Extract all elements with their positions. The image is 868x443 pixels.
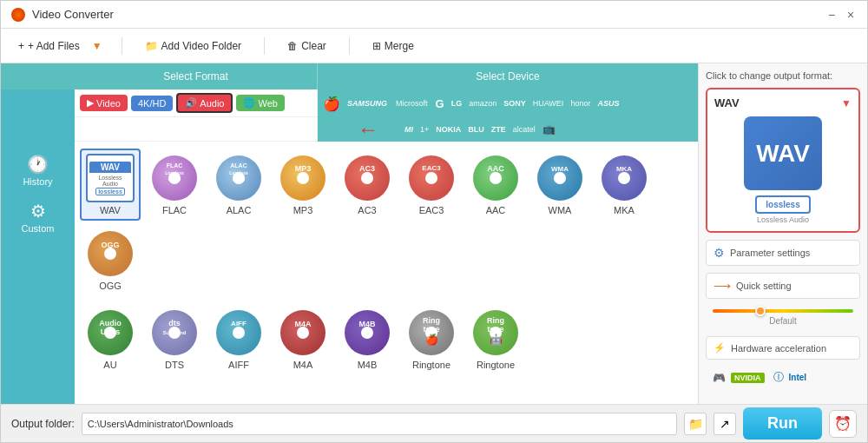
history-icon: 🕐	[27, 154, 49, 175]
dts-icon: dtsSurround	[150, 308, 199, 357]
device-logos-row: 🍎 SAMSUNG Microsoft G LG amazon SONY HUA…	[318, 89, 698, 117]
mp3-label: MP3	[293, 205, 313, 215]
format-dropdown-button[interactable]: ▼	[841, 97, 852, 109]
body-row: 🕐 History ⚙ Custom WAV	[1, 142, 698, 404]
aiff-icon: AIFF	[214, 308, 263, 357]
format-item-m4a[interactable]: M4A M4A	[273, 303, 333, 375]
main-content: Select Format Select Device ▶ Video 4K/H…	[1, 63, 867, 404]
hardware-acceleration-button[interactable]: ⚡ Hardware acceleration	[706, 336, 860, 360]
format-item-ogg[interactable]: OGG OGG	[80, 224, 141, 296]
main-window: Video Converter − × + + Add Files ▼ 📁 Ad…	[0, 0, 868, 443]
m4a-icon: M4A	[279, 308, 327, 357]
format-item-mp3[interactable]: MP3 MP3	[273, 149, 333, 221]
format-item-ringtone-apple[interactable]: Ringtone🍎 Ringtone	[401, 303, 462, 375]
folder-browse-icon: 📁	[688, 417, 703, 431]
asus-logo[interactable]: ASUS	[595, 97, 621, 109]
sidebar-item-custom[interactable]: ⚙ Custom	[5, 195, 70, 239]
quick-setting-button[interactable]: ⟶ Quick setting	[706, 273, 860, 299]
quality-slider-thumb[interactable]	[755, 306, 766, 316]
audio-icon: 🔊	[185, 97, 197, 109]
microsoft-logo[interactable]: Microsoft	[392, 97, 431, 109]
alarm-button[interactable]: ⏰	[829, 410, 857, 438]
nvidia-badge: NVIDIA	[731, 373, 765, 383]
amazon-logo[interactable]: amazon	[466, 97, 499, 109]
red-arrow-icon: ←	[358, 117, 378, 142]
ringtone-apple-label: Ringtone	[412, 360, 450, 370]
clear-button[interactable]: 🗑 Clear	[279, 36, 335, 56]
output-lossless-badge: lossless	[755, 195, 810, 214]
format-item-m4b[interactable]: M4B M4B	[337, 303, 398, 375]
format-item-flac[interactable]: FLACLosslessAudio FLAC	[144, 149, 205, 221]
wav-format-icon: WAV Lossless Audio lossless	[86, 154, 135, 202]
quality-slider-track[interactable]	[713, 309, 853, 313]
toolbar: + + Add Files ▼ 📁 Add Video Folder 🗑 Cle…	[1, 29, 867, 63]
aac-label: AAC	[486, 205, 506, 215]
google-logo[interactable]: G	[433, 96, 447, 112]
browse-folder-button[interactable]: 📁	[684, 413, 707, 435]
close-button[interactable]: ×	[845, 9, 857, 21]
tv-logo[interactable]: 📺	[539, 122, 559, 137]
web-icon: 🌐	[243, 97, 255, 109]
format-item-ac3[interactable]: AC3 AC3	[337, 149, 398, 221]
run-button[interactable]: Run	[743, 407, 822, 440]
mi-logo[interactable]: MI	[401, 123, 417, 136]
open-folder-button[interactable]: ↗	[713, 413, 736, 435]
section-labels: Select Format Select Device	[1, 63, 698, 89]
format-item-mka[interactable]: MKA MKA	[594, 149, 654, 221]
oneplus-logo[interactable]: 1+	[417, 123, 432, 136]
4k-format-button[interactable]: 4K/HD	[131, 96, 173, 111]
blu-logo[interactable]: BLU	[464, 123, 488, 136]
parameter-settings-button[interactable]: ⚙ Parameter settings	[706, 240, 860, 266]
audio-format-button[interactable]: 🔊 Audio	[176, 93, 233, 113]
custom-icon: ⚙	[30, 201, 46, 222]
web-format-button[interactable]: 🌐 Web	[236, 95, 284, 111]
lg-logo[interactable]: LG	[449, 97, 465, 109]
output-folder-input[interactable]	[82, 413, 677, 435]
huawei-logo[interactable]: HUAWEI	[530, 97, 567, 109]
format-item-eac3[interactable]: EAC3 EAC3	[401, 149, 462, 221]
add-files-button[interactable]: + + Add Files	[11, 36, 87, 56]
mka-icon: MKA	[600, 154, 648, 202]
format-item-ringtone-android[interactable]: Ringtone🤖 Ringtone	[465, 303, 526, 375]
format-item-wav[interactable]: WAV Lossless Audio lossless WAV	[80, 149, 141, 221]
output-wav-icon: WAV	[744, 116, 822, 190]
toolbar-sep-2	[264, 37, 265, 55]
alarm-icon: ⏰	[834, 415, 852, 432]
side-nav-btn-space	[1, 89, 75, 117]
samsung-logo[interactable]: SAMSUNG	[344, 97, 391, 109]
nokia-logo[interactable]: NOKIA	[432, 123, 464, 136]
format-device-row: ▶ Video 4K/HD 🔊 Audio 🌐 Web	[1, 89, 698, 117]
side-nav: 🕐 History ⚙ Custom	[1, 142, 75, 404]
format-item-au[interactable]: AudioUnits AU	[80, 303, 141, 375]
merge-icon: ⊞	[372, 40, 381, 52]
alcatel-logo[interactable]: alcatel	[510, 123, 539, 136]
format-item-dts[interactable]: dtsSurround DTS	[144, 303, 205, 375]
eac3-icon: EAC3	[407, 154, 456, 202]
format-item-aiff[interactable]: AIFF AIFF	[208, 303, 269, 375]
honor-logo[interactable]: honor	[568, 97, 593, 109]
apple-logo[interactable]: 🍎	[323, 96, 340, 112]
format-item-aac[interactable]: AAC AAC	[465, 149, 526, 221]
ogg-label: OGG	[99, 281, 122, 291]
minimize-button[interactable]: −	[825, 9, 838, 21]
merge-button[interactable]: ⊞ Merge	[364, 36, 423, 56]
m4b-label: M4B	[358, 360, 378, 370]
video-format-button[interactable]: ▶ Video	[80, 95, 128, 111]
sony-logo[interactable]: SONY	[501, 97, 529, 109]
aac-icon: AAC	[471, 154, 520, 202]
device-logos-row-2: ← MI 1+ NOKIA BLU ZTE alcatel 📺	[318, 117, 698, 142]
format-item-wma[interactable]: WMA WMA	[529, 149, 590, 221]
add-video-folder-button[interactable]: 📁 Add Video Folder	[136, 36, 251, 56]
eac3-label: EAC3	[419, 205, 444, 215]
add-files-group: + + Add Files ▼	[11, 36, 108, 56]
history-label: History	[23, 176, 52, 187]
zte-logo[interactable]: ZTE	[488, 123, 510, 136]
output-audio-label: Lossless Audio	[757, 215, 809, 224]
sidebar-item-history[interactable]: 🕐 History	[5, 149, 70, 192]
add-files-dropdown-button[interactable]: ▼	[87, 36, 108, 56]
format-item-alac[interactable]: ALACLosslessAudio ALAC	[208, 149, 269, 221]
format-row-1: WAV Lossless Audio lossless WAV	[75, 142, 698, 300]
side-nav-space-2	[1, 117, 75, 142]
flac-icon: FLACLosslessAudio	[150, 154, 199, 202]
arrow-row: ← MI 1+ NOKIA BLU ZTE alcatel 📺	[323, 122, 693, 137]
